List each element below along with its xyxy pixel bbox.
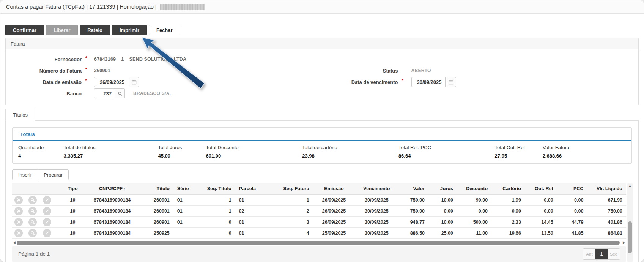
cell-emissao: 26/09/2025 xyxy=(313,194,355,205)
search-button[interactable]: Procurar xyxy=(38,169,69,180)
banco-name: BRADESCO S/A. xyxy=(133,91,171,96)
view-row-icon[interactable] xyxy=(28,218,37,226)
calendar-icon[interactable] xyxy=(447,77,456,87)
status-badge: ABERTO xyxy=(411,68,431,73)
remove-row-icon[interactable] xyxy=(14,207,23,215)
remove-row-icon[interactable] xyxy=(14,229,23,237)
edit-row-icon[interactable] xyxy=(43,229,51,237)
grid-row[interactable]: 106784316900018426090101102226/09/202530… xyxy=(12,205,626,216)
cell-pcc: 0,00 xyxy=(557,194,587,205)
column-header-vlrLiquido[interactable]: Vlr. Líquido xyxy=(587,183,626,194)
grid-toolbar: Inserir Procurar xyxy=(12,169,633,180)
cell-vencimento: 30/09/2025 xyxy=(355,216,398,227)
column-header-valor[interactable]: Valor xyxy=(398,183,428,194)
next-page-button[interactable]: Seg xyxy=(608,249,620,259)
fatura-panel: Fatura Fornecedor * 678431691SEND SOLUTI… xyxy=(5,38,639,105)
pagination-bar: Página 1 de 1 Ant 1 Seg xyxy=(12,246,626,262)
fornecedor-value: 678431691SEND SOLUTIONS LTDA xyxy=(94,57,186,62)
column-header-titulo[interactable]: Título xyxy=(141,183,173,194)
view-row-icon[interactable] xyxy=(28,196,37,204)
cell-pcc: 0,00 xyxy=(557,205,587,216)
field-data-vencimento: Data de vencimento * xyxy=(322,76,639,88)
apportionment-button[interactable]: Rateio xyxy=(80,25,110,35)
data-emissao-label: Data de emissão xyxy=(6,79,82,85)
grid-area: TipoCNPJ/CPF↑TítuloSérieSeq. TítuloParce… xyxy=(12,183,633,262)
numero-fatura-label: Número da Fatura xyxy=(6,68,82,74)
cell-juros: 10,00 xyxy=(428,216,457,227)
close-button[interactable]: Fechar xyxy=(149,25,180,35)
confirm-button[interactable]: Confirmar xyxy=(5,25,44,35)
cell-titulo: 250925 xyxy=(141,227,173,238)
edit-row-icon[interactable] xyxy=(43,218,51,226)
remove-row-icon[interactable] xyxy=(14,218,23,226)
hscroll-thumb[interactable] xyxy=(17,241,620,245)
total-value: 27,95 xyxy=(495,153,543,159)
column-header-desconto[interactable]: Desconto xyxy=(457,183,491,194)
column-header-juros[interactable]: Juros xyxy=(428,183,457,194)
total-value: 3.335,27 xyxy=(64,153,158,159)
data-vencimento-input[interactable] xyxy=(411,77,446,87)
release-button[interactable]: Liberar xyxy=(46,25,78,35)
column-header-parcela[interactable]: Parcela xyxy=(235,183,265,194)
column-header-emissao[interactable]: Emissão xyxy=(313,183,355,194)
fornecedor-code: 67843169 xyxy=(94,57,116,62)
vscroll-thumb[interactable] xyxy=(628,221,632,253)
cell-seqTitulo: 0 xyxy=(199,227,235,238)
column-header-cnpj[interactable]: CNPJ/CPF↑ xyxy=(84,183,141,194)
column-header-seqTitulo[interactable]: Seq. Título xyxy=(199,183,235,194)
column-header-pcc[interactable]: PCC xyxy=(557,183,587,194)
column-header-serie[interactable]: Série xyxy=(173,183,199,194)
column-header-vencimento[interactable]: Vencimento xyxy=(355,183,398,194)
prev-page-button[interactable]: Ant xyxy=(583,249,595,259)
column-header-outRet[interactable]: Out. Ret xyxy=(525,183,557,194)
grid-row[interactable]: 106784316900018426090101001326/09/202530… xyxy=(12,216,626,227)
grid-row[interactable]: 1067843169000184250925001425/09/202530/0… xyxy=(12,227,626,238)
cell-vencimento: 30/09/2025 xyxy=(355,227,398,238)
field-banco: Banco BRADESCO S/A. xyxy=(6,88,322,99)
grid-row[interactable]: 106784316900018426090101101126/09/202530… xyxy=(12,194,626,205)
cell-parcela: 01 xyxy=(235,227,265,238)
fornecedor-label: Fornecedor xyxy=(6,57,82,62)
page-title: Contas a pagar Fatura (TCpFat) | 17.1213… xyxy=(6,4,157,10)
column-header-tipo[interactable]: Tipo xyxy=(61,183,84,194)
tab-titulos[interactable]: Títulos xyxy=(5,109,35,121)
cell-outRet: 14,45 xyxy=(525,216,557,227)
field-numero-fatura: Número da Fatura * 260901 xyxy=(6,65,322,76)
required-asterisk: * xyxy=(83,78,89,84)
page-status: Página 1 de 1 xyxy=(18,251,50,257)
edit-row-icon[interactable] xyxy=(43,196,51,204)
edit-row-icon[interactable] xyxy=(43,207,51,215)
required-asterisk: * xyxy=(83,55,89,61)
cell-vlrLiquido: 750,00 xyxy=(587,205,626,216)
scroll-up-icon[interactable]: ▲ xyxy=(628,184,633,188)
vertical-scrollbar[interactable]: ▲ ▼ xyxy=(627,183,633,262)
total-label: Total Ret. PCC xyxy=(398,145,495,150)
print-button[interactable]: Imprimir xyxy=(112,25,147,35)
field-fornecedor: Fornecedor * 678431691SEND SOLUTIONS LTD… xyxy=(6,54,322,65)
cell-emissao: 26/09/2025 xyxy=(313,205,355,216)
cell-desconto: 11,00 xyxy=(457,227,491,238)
horizontal-scrollbar[interactable]: ◀ ▶ xyxy=(12,240,626,246)
banco-input[interactable] xyxy=(94,88,115,98)
field-data-emissao: Data de emissão * xyxy=(6,76,322,88)
field-status: Status ABERTO xyxy=(322,65,639,76)
total-value: 86,64 xyxy=(398,153,495,159)
search-icon[interactable] xyxy=(115,88,125,98)
action-toolbar: Confirmar Liberar Rateio Imprimir Fechar xyxy=(5,25,639,35)
scroll-right-icon[interactable]: ▶ xyxy=(622,241,626,245)
remove-row-icon[interactable] xyxy=(14,196,23,204)
view-row-icon[interactable] xyxy=(28,207,37,215)
column-header-seqFatura[interactable]: Seq. Fatura xyxy=(265,183,313,194)
insert-button[interactable]: Inserir xyxy=(12,169,38,180)
scroll-left-icon[interactable]: ◀ xyxy=(12,241,16,245)
cell-parcela: 01 xyxy=(235,194,265,205)
data-emissao-input[interactable] xyxy=(94,77,128,87)
total-value: 23,98 xyxy=(302,153,398,159)
view-row-icon[interactable] xyxy=(28,229,37,237)
current-page-button[interactable]: 1 xyxy=(595,249,608,259)
column-header-cartorio[interactable]: Cartório xyxy=(491,183,525,194)
row-actions xyxy=(12,227,61,238)
calendar-icon[interactable] xyxy=(129,77,139,87)
total-label: Total de cartório xyxy=(302,145,398,150)
cell-juros: 0,00 xyxy=(428,205,457,216)
